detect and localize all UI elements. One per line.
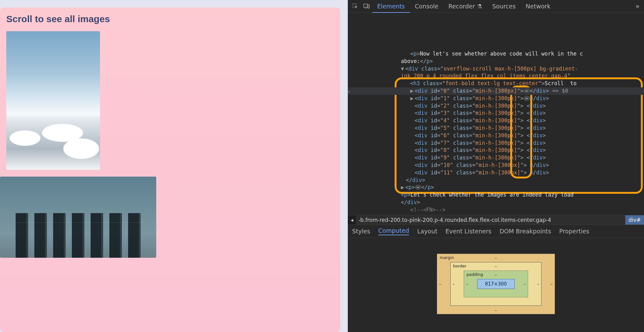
dom-line[interactable]: ▼<div class="overflow-scroll max-h-[500p… (348, 65, 644, 73)
box-model-padding-label: padding (467, 272, 483, 277)
bm-dash: – (551, 281, 553, 286)
styles-tab-properties[interactable]: Properties (559, 228, 589, 235)
device-toolbar-icon[interactable] (362, 2, 371, 11)
bm-dash: – (495, 264, 497, 269)
styles-tab-styles[interactable]: Styles (352, 228, 370, 235)
dom-node-div-9[interactable]: <div id="9" class="min-h-[300px]"> </div… (348, 154, 644, 162)
image-1 (0, 177, 156, 258)
dom-line[interactable]: </div> (348, 199, 644, 206)
dom-node-div-11[interactable]: <div id="11" class="min-h-[300px]"> </di… (348, 169, 644, 177)
dom-line[interactable]: ▶<p>⋯</p> (348, 184, 644, 191)
dom-node-div-5[interactable]: <div id="5" class="min-h-[300px]"> </div… (348, 124, 644, 132)
bm-dash: – (495, 308, 497, 313)
dom-node-div-8[interactable]: <div id="8" class="min-h-[300px]"> </div… (348, 147, 644, 154)
dom-node-div-0[interactable]: ▶<div id="0" class="min-h-[300px]">⋯</di… (348, 87, 644, 95)
devtools-tab-elements[interactable]: Elements (372, 0, 410, 13)
dom-node-div-3[interactable]: <div id="3" class="min-h-[300px]"> </div… (348, 110, 644, 117)
breadcrumb-selected[interactable]: div# (625, 215, 644, 225)
dom-line[interactable]: <p>Now let's see whether above code will… (348, 50, 644, 58)
bm-dash: – (452, 281, 455, 286)
bm-dash: – (466, 281, 468, 286)
bm-dash: – (495, 272, 497, 277)
dom-line[interactable]: ink 200 p 4 rounded flex flex col items … (348, 72, 644, 80)
box-model-margin-label: margin (440, 255, 454, 260)
bm-dash: – (495, 255, 497, 260)
scroll-heading: Scroll to see all images (6, 14, 334, 24)
devtools-tab-sources[interactable]: Sources (487, 0, 521, 12)
dom-node-div-6[interactable]: <div id="6" class="min-h-[300px]"> </div… (348, 132, 644, 139)
dom-node-div-10[interactable]: <div id="10" class="min-h-[300px]"> </di… (348, 162, 644, 169)
styles-tab-event-listeners[interactable]: Event Listeners (446, 228, 492, 235)
dom-line[interactable]: <!--<FN>--> (348, 206, 644, 214)
dom-node-div-1[interactable]: ▶<div id="1" class="min-h-[300px]">⋯</di… (348, 95, 644, 102)
dom-line[interactable]: <p>Let's check whether the images are in… (348, 191, 644, 199)
elements-breadcrumb[interactable]: ◂ -b.from-red-200.to-pink-200.p-4.rounde… (348, 215, 644, 225)
computed-panel: margin – – – – border – – – padding – – … (348, 238, 644, 332)
devtools-tabstrip: ElementsConsoleRecorder ⚗SourcesNetwork … (348, 0, 644, 12)
dom-line[interactable]: </div> (348, 177, 644, 184)
bm-dash: – (439, 281, 441, 286)
page-preview: Scroll to see all images (0, 0, 348, 332)
inspect-element-icon[interactable] (351, 2, 360, 11)
svg-rect-2 (368, 5, 369, 8)
dom-line[interactable]: <h3 class="font-bold text-lg text-center… (348, 80, 644, 87)
bm-dash: – (524, 281, 526, 286)
styles-tabstrip: StylesComputedLayoutEvent ListenersDOM B… (348, 225, 644, 238)
box-model-border-label: border (453, 264, 467, 268)
scroll-container[interactable]: Scroll to see all images (0, 7, 340, 332)
styles-tab-computed[interactable]: Computed (378, 227, 409, 235)
devtools-tab-network[interactable]: Network (521, 0, 555, 12)
dom-node-div-4[interactable]: <div id="4" class="min-h-[300px]"> </div… (348, 117, 644, 124)
devtools-panel: ElementsConsoleRecorder ⚗SourcesNetwork … (348, 0, 644, 332)
dom-line[interactable]: above:</p> (348, 58, 644, 65)
styles-tab-layout[interactable]: Layout (417, 228, 437, 235)
box-model-diagram[interactable]: margin – – – – border – – – padding – – … (437, 254, 555, 314)
svg-rect-1 (363, 4, 367, 7)
styles-tab-dom-breakpoints[interactable]: DOM Breakpoints (500, 228, 551, 235)
devtools-tab-console[interactable]: Console (410, 0, 443, 12)
breadcrumb-path[interactable]: -b.from-red-200.to-pink-200.p-4.rounded.… (357, 217, 625, 223)
devtools-tab-recorder-[interactable]: Recorder ⚗ (443, 0, 487, 12)
dom-node-div-2[interactable]: <div id="2" class="min-h-[300px]"> </div… (348, 102, 644, 110)
bm-dash: – (537, 281, 539, 286)
breadcrumb-back-icon[interactable]: ◂ (348, 215, 357, 225)
more-tabs-icon[interactable]: » (631, 2, 644, 10)
box-model-content: 817×300 (477, 279, 515, 289)
elements-dom-tree[interactable]: <p>Now let's see whether above code will… (348, 12, 644, 215)
dom-node-div-7[interactable]: <div id="7" class="min-h-[300px]"> </div… (348, 139, 644, 147)
image-0 (6, 31, 100, 170)
